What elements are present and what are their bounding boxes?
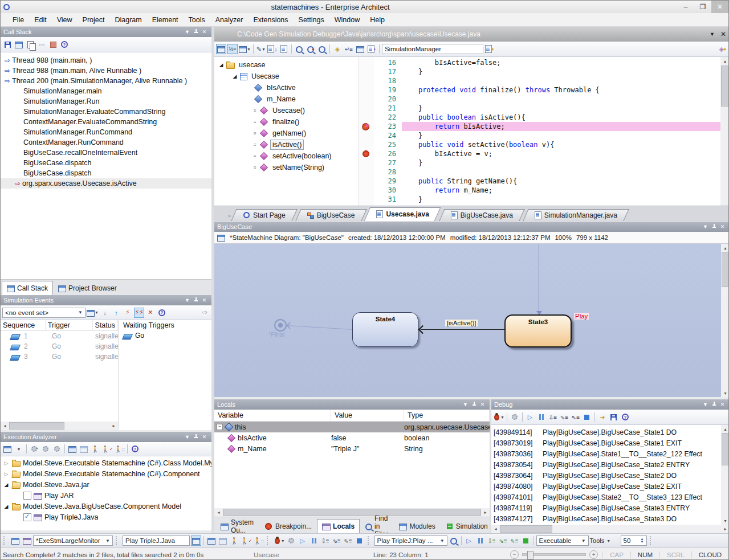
tab-call-stack[interactable]: Call Stack	[2, 281, 53, 295]
editor-tab-usecase-java[interactable]: Usecase.java	[367, 207, 438, 221]
move-up-icon[interactable]: ↑	[111, 308, 121, 318]
debug-log-entry[interactable]: [439873054]Play[BigUseCase].BigUseCase_S…	[491, 459, 721, 470]
analyzer-tree-item[interactable]: Play TripleJ.Java	[1, 512, 211, 522]
bt-step-over-icon[interactable]: ⇩≡	[320, 536, 331, 546]
frame-icon[interactable]	[48, 39, 58, 50]
menu-analyzer[interactable]: Analyzer	[210, 16, 249, 24]
call-stack-frame[interactable]: SimulationManager.RunCommand	[1, 127, 211, 137]
delete-trigger-icon[interactable]: ✕	[145, 308, 156, 318]
debug-log-entry[interactable]: [439873036]Play[BigUseCase].State1__TO__…	[491, 448, 721, 459]
debug-continue-icon[interactable]: ➜	[597, 412, 608, 422]
bt-debug-stop-icon[interactable]	[355, 536, 365, 546]
call-stack-frame[interactable]: ⇨org.sparx.usecase.Usecase.isActive	[1, 178, 211, 189]
call-stack-frame[interactable]: ContextManager.RunCommand	[1, 137, 211, 148]
code-line[interactable]: 30 return m_Name;	[373, 186, 720, 195]
expanded-icon[interactable]: ◢	[231, 73, 238, 79]
state4-node[interactable]: State4	[352, 312, 418, 347]
bt-run-check-icon[interactable]: 🚶✓	[241, 536, 252, 546]
sim-stop-icon[interactable]	[521, 536, 531, 546]
menu-file[interactable]: File	[7, 16, 29, 24]
editor-titlebar[interactable]: C:\Code Gen Simulation Debugger\Java\jar…	[214, 27, 729, 42]
bt-build-icon[interactable]	[206, 536, 217, 546]
speed-spinner[interactable]: 50 ▲▼	[621, 536, 647, 546]
copy-icon[interactable]	[25, 39, 35, 50]
view-script-icon[interactable]	[52, 444, 62, 454]
call-stack-frame[interactable]: BigUseCase.recallOneInternalEvent	[1, 148, 211, 158]
call-stack-frame[interactable]: SimulationManager.EvaluateCommandString	[1, 107, 211, 117]
edit-source-icon[interactable]: ✎▼	[256, 44, 266, 54]
copy-tree-icon[interactable]	[14, 39, 24, 50]
call-stack-pin-icon[interactable]	[192, 29, 200, 35]
analyzer-windows-dropdown-icon[interactable]: ▼	[14, 444, 24, 454]
menu-window[interactable]: Window	[329, 16, 365, 24]
save-icon[interactable]	[2, 39, 13, 50]
state3-node[interactable]: State3	[504, 314, 572, 348]
collapsed-icon[interactable]: ▷	[3, 460, 10, 466]
bt-run-step-icon[interactable]: 🚶::	[253, 536, 263, 546]
editor-code-area[interactable]: 16 bIsActive=false;17 }1819 protected vo…	[373, 57, 720, 212]
editor-tree-item[interactable]: ≡getName()	[214, 128, 359, 139]
transition-guard-label[interactable]: [isActive()]	[445, 320, 478, 326]
run-check-icon[interactable]: 🚶✓	[101, 444, 113, 454]
transition-state3-to-state4[interactable]	[421, 329, 504, 330]
properties-icon[interactable]: ▼	[239, 44, 251, 54]
add-script-icon[interactable]: +	[29, 444, 39, 454]
col-value[interactable]: Value	[331, 410, 404, 421]
editor-tree-item[interactable]: ≡finalize()	[214, 116, 359, 128]
sim-run-icon[interactable]: ▷	[464, 536, 474, 546]
call-stack-frame[interactable]: BigUseCase.dispatch	[1, 158, 211, 168]
step-into-icon[interactable]: ⇘≡	[559, 412, 569, 422]
sim-pause-icon[interactable]	[475, 536, 486, 546]
code-line[interactable]: 19 protected void finalize() throws Thro…	[373, 85, 720, 95]
sim-script-combo[interactable]: Play TripleJ:Play ... ▼	[374, 536, 447, 546]
simulation-events-close-icon[interactable]: ✕	[200, 297, 209, 303]
analyzer-tree-item[interactable]: Play JAR	[1, 490, 211, 501]
locals-row[interactable]: −thisorg.sparx.usecase.Usecase	[214, 422, 490, 432]
close-button[interactable]: ✕	[711, 1, 728, 13]
locals-close-icon[interactable]: ✕	[478, 402, 487, 407]
sim-event-row[interactable]: 3Gosignalled	[1, 351, 118, 362]
sim-step-into-icon[interactable]: ⇘≡	[498, 536, 508, 546]
run-step-icon[interactable]: 🚶::	[114, 444, 124, 454]
debug-menu-icon[interactable]: ▼	[701, 402, 710, 407]
analyzer-tree-item[interactable]: ▷Model.Steve.Executable Statemachine (C#…	[1, 468, 211, 479]
expander-minus-icon[interactable]: −	[217, 424, 223, 430]
editor-tree-item[interactable]: ≡Usecase()	[214, 105, 359, 116]
locals-hscrollbar[interactable]: ◂ ▸	[214, 508, 490, 517]
menu-settings[interactable]: Settings	[294, 16, 329, 24]
editor-tab-bigusecase[interactable]: BigUseCase	[298, 209, 364, 221]
bt-debugger-menu-icon[interactable]: ▼	[274, 536, 285, 546]
line-numbers-icon[interactable]: ⅓≡	[227, 44, 238, 54]
breakpoint-marker[interactable]	[363, 150, 369, 157]
run-person-icon[interactable]: 🚶	[90, 444, 100, 454]
search-file-icon[interactable]: ●	[306, 44, 316, 54]
collapse-icon[interactable]: ▭	[36, 39, 47, 50]
execution-analyzer-close-icon[interactable]: ✕	[200, 434, 209, 440]
debug-log-entry[interactable]: [439849114]Play[BigUseCase].BigUseCase_S…	[491, 427, 721, 438]
restore-button[interactable]: ❐	[694, 1, 711, 13]
sim-events-help-icon[interactable]: ?	[157, 308, 167, 318]
send-search-icon[interactable]: ➜	[484, 44, 495, 54]
simulation-events-menu-icon[interactable]: ▼	[183, 297, 192, 303]
trigger-single-icon[interactable]: ⚡	[123, 308, 133, 318]
call-stack-frame[interactable]: ContextManager.EvaluateCommandString	[1, 117, 211, 127]
col-status[interactable]: Status	[93, 320, 118, 330]
code-line[interactable]: 22 public boolean isActive(){	[373, 113, 720, 122]
execution-analyzer-pin-icon[interactable]	[192, 434, 200, 440]
annotate-doc-icon[interactable]	[279, 44, 289, 54]
call-stack-menu-icon[interactable]: ▼	[183, 29, 192, 35]
monitor-window-icon[interactable]	[10, 536, 21, 546]
debug-vscrollbar[interactable]: ▴ ▾	[721, 425, 729, 525]
build-icon[interactable]	[67, 444, 78, 454]
grid-edit-icon[interactable]	[355, 44, 365, 54]
cancel-build-icon[interactable]	[79, 444, 89, 454]
locals-row[interactable]: m_Name"Triple J"String	[214, 443, 490, 454]
execution-analyzer-menu-icon[interactable]: ▼	[183, 434, 192, 440]
zoom-out-icon[interactable]: −	[510, 550, 519, 559]
sync-diamond-icon[interactable]: ◈	[332, 44, 343, 54]
edit-script-icon[interactable]	[40, 444, 51, 454]
editor-tree-item[interactable]: ◢usecase	[214, 59, 359, 71]
call-stack-header[interactable]: Call Stack ▼ ✕	[1, 27, 211, 37]
export-doc-icon[interactable]: ➜	[366, 44, 377, 54]
col-variable[interactable]: Variable	[214, 410, 331, 421]
